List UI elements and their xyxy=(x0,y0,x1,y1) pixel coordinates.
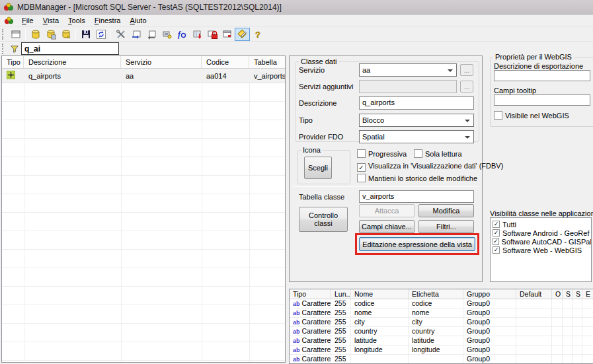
cell-descrizione: q_airports xyxy=(24,72,121,80)
key-icon[interactable] xyxy=(159,28,174,41)
fcol-gruppo[interactable]: Gruppo xyxy=(463,289,516,299)
descrizione-esportazione-label: Descrizione di esportazione xyxy=(494,61,583,71)
tools-icon[interactable] xyxy=(113,28,128,41)
col-tabella[interactable]: Tabella xyxy=(249,56,285,68)
editazione-espressione-button[interactable]: Editazione espressione della vista xyxy=(359,237,475,251)
campi-tooltip-label: Campi tooltip xyxy=(494,86,536,95)
fields-grid-header: Tipo Lun.. Nome Etichetta Gruppo Default… xyxy=(290,289,593,299)
mantieni-storico-checkbox[interactable]: Mantieni lo storico delle modifiche xyxy=(357,174,477,183)
empty-grid-area xyxy=(2,83,285,362)
col-codice[interactable]: Codice xyxy=(202,56,249,68)
open-database-icon[interactable] xyxy=(58,28,73,41)
fcol-s2[interactable]: S xyxy=(573,289,582,299)
attacca-button[interactable]: Attacca xyxy=(359,204,415,217)
field-row-partial[interactable]: abCarattere 255 Group0 xyxy=(290,355,593,364)
field-row[interactable]: abCarattere 255 country country Group0 xyxy=(290,327,593,336)
fcol-nome[interactable]: Nome xyxy=(351,289,409,299)
save-icon[interactable] xyxy=(78,28,93,41)
fcol-e[interactable]: E xyxy=(582,289,593,299)
visibilita-item-android[interactable]: ✓Software Android - GeoRef xyxy=(491,229,591,237)
campi-tooltip-field[interactable] xyxy=(494,94,590,106)
field-row[interactable]: abCarattere 255 longitude longitude Grou… xyxy=(290,346,593,355)
fcol-etichetta[interactable]: Etichetta xyxy=(409,289,463,299)
toolbar-grip[interactable] xyxy=(2,29,5,40)
modifica-button[interactable]: Modifica xyxy=(418,204,474,217)
visibilita-label: Visibilità classe nelle applicazioni xyxy=(490,209,593,218)
edit-mode-icon[interactable] xyxy=(235,28,250,41)
col-descrizione[interactable]: Descrizione xyxy=(24,56,121,68)
character-type-icon: ab xyxy=(293,310,300,316)
visibilita-item-autocad[interactable]: ✓Software AutoCAD - GISPak xyxy=(491,237,591,246)
menu-file[interactable]: File xyxy=(17,15,38,26)
servizio-browse-button[interactable]: ... xyxy=(460,64,473,76)
field-row[interactable]: abCarattere 255 nome nome Group0 xyxy=(290,309,593,318)
chevron-down-icon xyxy=(465,120,470,122)
filter-bar-grip[interactable] xyxy=(2,44,5,54)
descrizione-esportazione-field[interactable] xyxy=(494,70,590,81)
functions-fx-icon[interactable]: f xyxy=(174,28,189,41)
filter-funnel-icon[interactable] xyxy=(8,42,21,55)
visibilita-item-tutti[interactable]: ✓Tutti xyxy=(491,220,591,229)
edit-database-icon[interactable] xyxy=(43,28,58,41)
classes-table: Tipo Descrizione Servizio Codice Tabella… xyxy=(1,55,286,363)
scegli-button[interactable]: Scegli xyxy=(304,157,332,179)
point-class-icon xyxy=(7,71,15,79)
sola-lettura-checkbox[interactable]: Sola lettura xyxy=(414,149,462,159)
visualizza-fdbv-checkbox[interactable]: ✓Visualizza in 'Visualizzazione dati' (F… xyxy=(357,161,503,172)
descrizione-field[interactable]: q_airports xyxy=(359,96,474,110)
menu-finestra[interactable]: Finestra xyxy=(90,15,126,26)
tipo-label: Tipo xyxy=(299,116,313,125)
import-data-icon[interactable] xyxy=(189,28,204,41)
provider-fdo-combobox[interactable]: Spatial xyxy=(359,130,474,143)
fcol-lunghezza[interactable]: Lun.. xyxy=(331,289,351,299)
new-window-icon[interactable] xyxy=(8,28,23,41)
servizio-label: Servizio xyxy=(299,65,325,75)
campi-chiave-button[interactable]: Campi chiave... xyxy=(359,220,415,233)
chevron-down-icon xyxy=(448,69,453,72)
tabella-classe-field[interactable]: v_airports xyxy=(359,190,474,203)
cell-codice: aa014 xyxy=(202,72,249,80)
fcol-o[interactable]: O xyxy=(552,289,563,299)
fcol-s1[interactable]: S xyxy=(563,289,573,299)
field-row[interactable]: abCarattere 255 city city Group0 xyxy=(290,318,593,327)
tipo-combobox[interactable]: Blocco xyxy=(359,114,474,127)
field-row[interactable]: abCarattere 255 codice codice Group0 xyxy=(290,299,593,309)
new-database-icon[interactable] xyxy=(28,28,43,41)
filtri-button[interactable]: Filtri... xyxy=(418,220,474,233)
document-icon[interactable] xyxy=(4,16,14,26)
visibilita-item-web[interactable]: ✓Software Web - WebGIS xyxy=(491,246,591,254)
icona-legend: Icona xyxy=(301,146,323,154)
visibilita-listbox: ✓Tutti ✓Software Android - GeoRef ✓Softw… xyxy=(490,217,592,282)
export-window-icon[interactable] xyxy=(128,28,143,41)
search-input[interactable] xyxy=(21,42,119,55)
back-window-icon[interactable] xyxy=(143,28,159,41)
character-type-icon: ab xyxy=(293,301,300,307)
table-row[interactable]: q_airports aa aa014 v_airports xyxy=(2,69,285,83)
svg-text:f: f xyxy=(178,30,181,39)
servizi-aggiuntivi-browse-button[interactable]: ... xyxy=(460,81,473,92)
view-window-icon[interactable] xyxy=(219,28,235,41)
fcol-default[interactable]: Default xyxy=(516,289,552,299)
character-type-icon: ab xyxy=(293,347,300,353)
help-icon[interactable]: ? xyxy=(250,28,265,41)
col-servizio[interactable]: Servizio xyxy=(121,56,202,68)
fields-grid: Tipo Lun.. Nome Etichetta Gruppo Default… xyxy=(289,289,593,364)
fcol-tipo[interactable]: Tipo xyxy=(290,289,331,299)
refresh-icon[interactable] xyxy=(93,28,108,41)
servizio-combobox[interactable]: aa xyxy=(359,63,457,77)
character-type-icon: ab xyxy=(293,356,300,363)
col-tipo[interactable]: Tipo xyxy=(2,56,24,68)
visibile-webgis-checkbox[interactable]: Visibile nel WebGIS xyxy=(494,111,569,120)
field-row[interactable]: abCarattere 255 latitude latitude Group0 xyxy=(290,336,593,346)
menu-aiuto[interactable]: Aiuto xyxy=(125,15,151,26)
classe-dati-legend: Classe dati xyxy=(299,57,338,65)
servizi-aggiuntivi-field[interactable] xyxy=(359,80,457,93)
lock-icon[interactable] xyxy=(204,28,219,41)
menu-vista[interactable]: Vista xyxy=(38,15,63,26)
progressiva-checkbox[interactable]: Progressiva xyxy=(357,149,407,159)
character-type-icon: ab xyxy=(293,328,300,335)
menu-tools[interactable]: Tools xyxy=(63,15,90,26)
controllo-classi-button[interactable]: Controllo classi xyxy=(299,207,348,232)
toolbar-separator xyxy=(25,28,26,40)
servizi-aggiuntivi-label: Servizi aggiuntivi xyxy=(299,82,354,91)
